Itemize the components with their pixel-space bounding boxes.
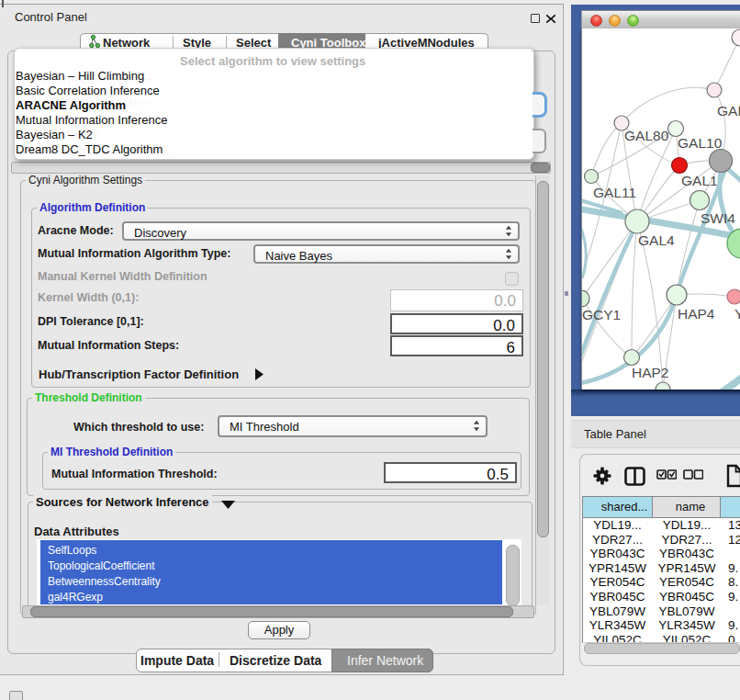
svg-text:GAL4: GAL4 xyxy=(638,232,675,248)
svg-text:GCY1: GCY1 xyxy=(582,307,621,322)
svg-text:GAL11: GAL11 xyxy=(593,185,636,200)
svg-text:SWI4: SWI4 xyxy=(701,210,735,226)
svg-text:GAL1: GAL1 xyxy=(681,173,718,188)
svg-text:Y: Y xyxy=(734,306,740,322)
svg-text:GAL10: GAL10 xyxy=(678,135,723,151)
svg-text:HAP4: HAP4 xyxy=(678,306,715,322)
svg-text:GAL80: GAL80 xyxy=(624,128,669,143)
svg-text:HAP2: HAP2 xyxy=(632,365,669,380)
svg-text:GAL2: GAL2 xyxy=(717,103,740,119)
